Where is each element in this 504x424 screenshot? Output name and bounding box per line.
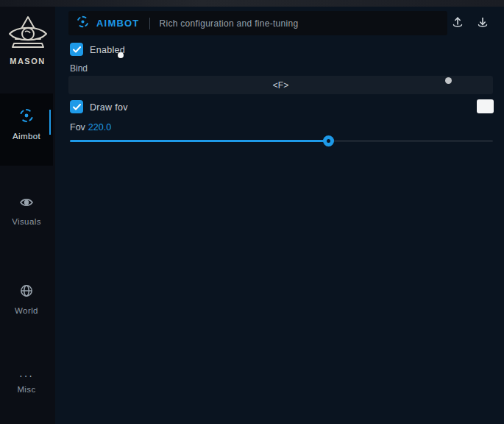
- fov-readout: Fov220.0: [70, 122, 111, 132]
- sidebar-item-visuals[interactable]: Visuals: [0, 197, 53, 227]
- window-top-strip: [0, 0, 504, 7]
- fov-slider-handle[interactable]: [323, 135, 334, 146]
- fov-value: 220.0: [88, 122, 111, 132]
- mouse-cursor-dot: [118, 52, 124, 58]
- header-divider: [149, 18, 150, 29]
- eye-icon: [0, 197, 53, 211]
- crosshair-icon: [77, 15, 89, 31]
- sidebar-item-aimbot[interactable]: Aimbot: [0, 108, 53, 142]
- app-window: MASON Aimbot: [0, 0, 504, 424]
- sidebar: MASON Aimbot: [0, 7, 55, 424]
- sidebar-item-world[interactable]: World: [0, 284, 53, 317]
- page-title: AIMBOT: [96, 18, 139, 29]
- page-subtitle: Rich configuration and fine-tuning: [159, 18, 298, 29]
- sidebar-item-misc[interactable]: ··· Misc: [0, 372, 53, 395]
- secondary-cursor-dot: [445, 77, 452, 84]
- sidebar-item-label: World: [15, 306, 38, 315]
- sidebar-item-label: Visuals: [12, 217, 41, 226]
- page-header: AIMBOT Rich configuration and fine-tunin…: [68, 11, 447, 35]
- download-icon: [477, 16, 489, 32]
- fov-label: Fov: [70, 122, 85, 132]
- enabled-checkbox[interactable]: [70, 43, 83, 56]
- upload-icon: [452, 16, 464, 32]
- ellipsis-icon: ···: [0, 372, 53, 379]
- checkmark-icon: [73, 100, 81, 113]
- sidebar-item-label: Aimbot: [13, 132, 40, 141]
- fov-color-swatch[interactable]: [477, 99, 494, 113]
- draw-fov-checkbox[interactable]: [70, 100, 83, 113]
- fov-slider[interactable]: [70, 135, 493, 146]
- download-config-button[interactable]: [474, 15, 491, 32]
- draw-fov-label: Draw fov: [90, 102, 128, 113]
- bind-input[interactable]: <F>: [68, 76, 493, 94]
- bind-value: <F>: [273, 80, 288, 91]
- fov-slider-fill: [70, 140, 328, 142]
- brand-block: MASON: [0, 14, 55, 66]
- crosshair-icon: [0, 108, 53, 126]
- upload-config-button[interactable]: [449, 15, 466, 32]
- sidebar-item-label: Misc: [17, 385, 35, 394]
- bind-label: Bind: [70, 63, 88, 74]
- checkmark-icon: [73, 43, 81, 56]
- globe-icon: [0, 284, 53, 300]
- mason-pyramid-eye-logo-icon: [0, 14, 55, 55]
- brand-name: MASON: [0, 57, 55, 66]
